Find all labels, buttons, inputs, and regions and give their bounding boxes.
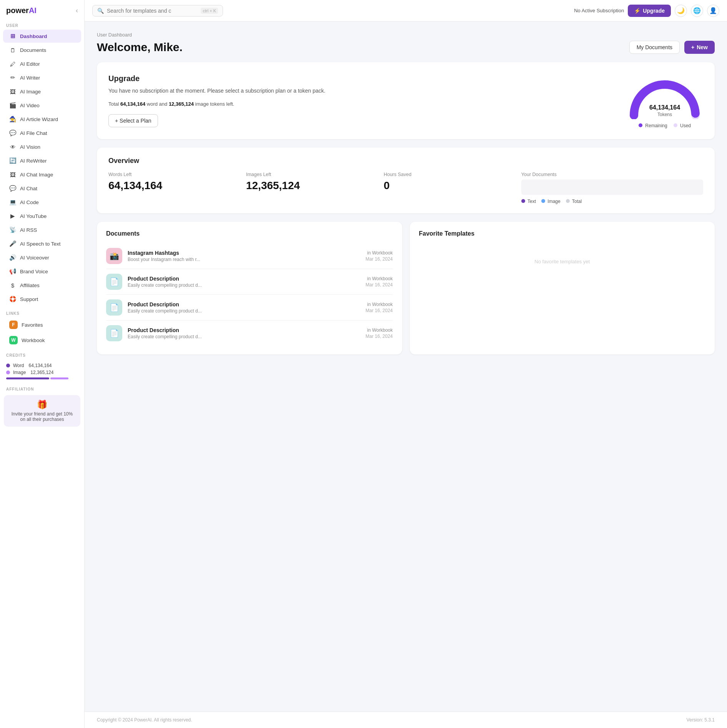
docs-chart-placeholder [521,180,703,195]
search-input[interactable] [107,8,198,14]
sidebar-item-support[interactable]: 🛟 Support [3,293,81,306]
upgrade-icon: ⚡ [634,8,640,14]
my-documents-button[interactable]: My Documents [629,41,680,54]
your-documents-stat: Your Documents Text Image [521,172,703,204]
sidebar-toggle[interactable]: ‹ [76,7,78,15]
sidebar-item-ai-writer[interactable]: ✏ AI Writer [3,71,81,84]
doc-meta-product2: in Workbook Mar 16, 2024 [366,302,393,313]
ai-rewriter-icon: 🔄 [9,157,16,164]
word-credit-dot [6,364,10,367]
sidebar-item-label-workbook: Workbook [22,337,45,343]
total-dot [566,199,570,203]
footer-copyright: Copyright © 2024 PowerAI. All rights res… [97,717,192,723]
ai-editor-icon: 🖊 [9,60,16,67]
legend-used: Used [674,123,691,128]
sidebar-item-label-dashboard: Dashboard [20,33,47,39]
sidebar-item-ai-chat[interactable]: 💬 AI Chat [3,182,81,195]
ai-vision-icon: 👁 [9,143,16,150]
new-button[interactable]: + New [684,41,715,54]
sidebar-item-workbook[interactable]: W Workbook [3,333,81,347]
sidebar: powerAI ‹ USER ⊞ Dashboard 🗒 Documents 🖊… [0,0,85,728]
sidebar-item-ai-chat-image[interactable]: 🖼 AI Chat Image [3,168,81,181]
affiliation-text: Invite your friend and get 10% on all th… [12,411,73,422]
doc-date-product3: Mar 16, 2024 [366,334,393,339]
doc-info-product3: Product Description Easily create compel… [128,327,360,339]
table-row: 📄 Product Description Easily create comp… [106,295,393,321]
sidebar-item-label-ai-youtube: AI YouTube [20,213,47,219]
image-suffix: image tokens left. [195,101,235,107]
doc-info-product1: Product Description Easily create compel… [128,276,360,288]
legend-remaining: Remaining [639,123,667,128]
hours-saved-label: Hours Saved [384,172,514,177]
upgrade-card-left: Upgrade You have no subscription at the … [108,74,325,127]
sidebar-item-dashboard[interactable]: ⊞ Dashboard [3,30,81,43]
sidebar-item-ai-rss[interactable]: 📡 AI RSS [3,223,81,236]
ai-rss-icon: 📡 [9,226,16,233]
search-icon: 🔍 [97,8,104,14]
header-actions: My Documents + New [629,41,715,54]
select-plan-button[interactable]: + Select a Plan [108,114,158,127]
sidebar-item-label-ai-code: AI Code [20,199,39,205]
doc-name-product3: Product Description [128,327,360,333]
word-credit-label: Word [13,363,24,368]
sidebar-item-label-ai-chat-image: AI Chat Image [20,172,53,178]
overview-grid: Words Left 64,134,164 Images Left 12,365… [108,172,703,204]
topbar: 🔍 ctrl + K No Active Subscription ⚡ Upgr… [85,0,727,22]
sidebar-item-label-ai-video: AI Video [20,103,40,108]
sidebar-item-favorites[interactable]: F Favorites [3,317,81,332]
new-label: New [697,44,708,50]
sidebar-item-label-ai-writer: AI Writer [20,75,40,81]
upgrade-card-title: Upgrade [108,74,325,83]
svg-text:Tokens: Tokens [657,112,672,117]
language-button[interactable]: 🌐 [691,5,703,17]
sidebar-item-ai-voiceover[interactable]: 🔊 AI Voiceover [3,251,81,264]
logo-area: powerAI ‹ [0,0,84,18]
search-bar[interactable]: 🔍 ctrl + K [92,5,223,17]
sidebar-item-ai-file-chat[interactable]: 💬 AI File Chat [3,126,81,140]
docs-legend: Text Image Total [521,199,703,204]
ai-youtube-icon: ▶ [9,213,16,219]
app-container: powerAI ‹ USER ⊞ Dashboard 🗒 Documents 🖊… [0,0,727,728]
sidebar-item-ai-vision[interactable]: 👁 AI Vision [3,140,81,153]
sidebar-item-affiliates[interactable]: $ Affiliates [3,279,81,292]
brand-voice-icon: 📢 [9,268,16,275]
image-credit-label: Image [13,370,26,375]
words-left-value: 64,134,164 [108,180,238,192]
sidebar-item-ai-video[interactable]: 🎬 AI Video [3,99,81,112]
theme-toggle-button[interactable]: 🌙 [675,5,687,17]
overview-card: Overview Words Left 64,134,164 Images Le… [97,148,715,213]
overview-title: Overview [108,157,703,165]
doc-location-product1: in Workbook [366,276,393,281]
doc-name-product2: Product Description [128,301,360,307]
doc-icon-product3: 📄 [106,325,122,341]
sidebar-item-ai-speech[interactable]: 🎤 AI Speech to Text [3,237,81,250]
sidebar-item-ai-editor[interactable]: 🖊 AI Editor [3,57,81,70]
upgrade-button[interactable]: ⚡ Upgrade [628,5,671,17]
sidebar-item-documents[interactable]: 🗒 Documents [3,43,81,57]
table-row: 📄 Product Description Easily create comp… [106,321,393,346]
favorite-templates-title: Favorite Templates [419,230,706,237]
sidebar-item-ai-image[interactable]: 🖼 AI Image [3,85,81,98]
sidebar-item-ai-code[interactable]: 💻 AI Code [3,196,81,209]
sidebar-item-ai-rewriter[interactable]: 🔄 AI ReWriter [3,154,81,167]
ai-chat-icon: 💬 [9,185,16,192]
logo-ai: AI [29,6,37,15]
user-avatar[interactable]: 👤 [707,5,719,17]
doc-icon-instagram: 📸 [106,248,122,264]
doc-location-product2: in Workbook [366,302,393,307]
favorite-templates-card: Favorite Templates No favorite templates… [410,222,715,354]
sidebar-item-label-ai-file-chat: AI File Chat [20,130,47,136]
doc-desc-product1: Easily create compelling product d... [128,283,205,288]
legend-text: Text [521,199,536,204]
documents-section-title: Documents [106,230,393,237]
sidebar-item-ai-youtube[interactable]: ▶ AI YouTube [3,209,81,223]
affiliation-section: 🎁 Invite your friend and get 10% on all … [0,393,84,429]
sidebar-item-ai-article-wizard[interactable]: 🧙 AI Article Wizard [3,113,81,126]
word-credit-value: 64,134,164 [28,363,52,368]
sidebar-item-brand-voice[interactable]: 📢 Brand Voice [3,265,81,278]
favorites-badge: F [9,321,18,329]
doc-location-instagram: in Workbook [366,250,393,256]
total-text: Total [108,101,120,107]
legend-total: Total [566,199,582,204]
section-credits-label: CREDITS [0,348,84,359]
